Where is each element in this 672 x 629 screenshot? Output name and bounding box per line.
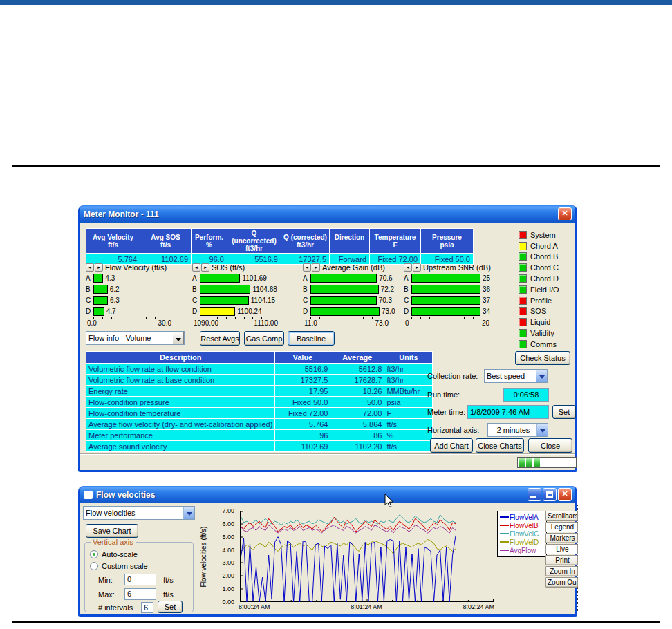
side-button-scrollbars[interactable]: Scrollbars	[545, 511, 578, 521]
status-led-icon	[519, 263, 527, 272]
summary-column-header: Avg Velocityft/s	[86, 229, 140, 254]
side-button-live[interactable]: Live	[545, 544, 578, 554]
side-button-print[interactable]: Print	[545, 555, 578, 565]
spinner-left-icon[interactable]: ◂	[192, 263, 200, 272]
maximize-icon[interactable]	[543, 488, 557, 501]
spinner-right-icon[interactable]: ▸	[413, 263, 421, 272]
close-icon[interactable]	[558, 488, 572, 501]
spinner-right-icon[interactable]: ▸	[95, 263, 103, 272]
auto-scale-radio[interactable]	[90, 550, 98, 558]
table-cell: F	[384, 408, 433, 419]
table-cell: ft3/hr	[384, 364, 433, 375]
status-led-icon	[519, 307, 527, 315]
meter-time-field[interactable]: 1/8/2009 7:46 AM	[467, 405, 549, 419]
status-label: Chord D	[530, 274, 559, 283]
spinner-left-icon[interactable]: ◂	[303, 263, 311, 272]
table-cell: ft/s	[384, 419, 433, 430]
bar-row: B36	[404, 283, 507, 294]
chord-letter: D	[404, 308, 411, 315]
status-label: System	[530, 231, 556, 239]
bar-fill	[411, 274, 480, 283]
table-row: Average sound velocity1102.691102.20ft/s	[86, 441, 433, 452]
side-button-markers[interactable]: Markers	[545, 533, 578, 543]
auto-scale-label[interactable]: Auto-scale	[102, 550, 138, 558]
bar-row: B72.2	[303, 283, 405, 294]
axis-min-label: 11.0	[304, 319, 317, 327]
custom-scale-label[interactable]: Custom scale	[102, 562, 148, 570]
set-scale-button[interactable]: Set	[158, 601, 183, 613]
status-label: Chord B	[530, 252, 558, 261]
spinner-left-icon[interactable]: ◂	[86, 263, 94, 272]
max-input[interactable]: 6	[124, 588, 156, 600]
gas-comp-button[interactable]: Gas Comp	[244, 331, 284, 346]
side-button-zoom-in[interactable]: Zoom In	[545, 566, 578, 576]
baseline-button[interactable]: Baseline	[288, 331, 335, 346]
mouse-cursor	[384, 494, 394, 508]
table-header-cell: Description	[86, 352, 275, 364]
spinner-right-icon[interactable]: ▸	[201, 263, 209, 272]
chevron-down-icon[interactable]	[172, 332, 184, 344]
side-button-legend[interactable]: Legend	[545, 522, 578, 532]
chart-legend: FlowVelAFlowVelBFlowVelCFlowVelDAvgFlow	[497, 511, 547, 557]
intervals-input[interactable]: 6	[141, 602, 153, 613]
table-cell: Flow-condition temperature	[86, 408, 275, 419]
reset-avgs-button[interactable]: Reset Avgs	[200, 331, 240, 346]
flow-velocities-titlebar[interactable]: Flow velocities	[80, 486, 575, 503]
table-cell: Meter performance	[86, 430, 275, 441]
table-header-cell: Units	[384, 352, 433, 364]
bar-row: C37	[404, 294, 507, 306]
bar-value: 4.3	[105, 274, 115, 283]
max-label: Max:	[98, 590, 115, 599]
legend-item: FlowVelC	[500, 529, 544, 538]
status-led-icon	[519, 285, 527, 294]
summary-table: Avg Velocityft/sAvg SOSft/sPerform.%Q (u…	[86, 228, 474, 265]
table-cell: Flow-condition pressure	[86, 397, 275, 408]
spinner-left-icon[interactable]: ◂	[404, 263, 412, 272]
summary-header-line1: Q (uncorrected)	[229, 229, 279, 245]
meter-monitor-titlebar[interactable]: Meter Monitor - 111	[80, 205, 575, 223]
chevron-down-icon[interactable]	[536, 370, 547, 382]
axis-max-label: 30.0	[158, 319, 171, 327]
chevron-down-icon[interactable]	[183, 507, 194, 519]
bar-value: 25	[483, 274, 490, 283]
custom-scale-radio[interactable]	[90, 562, 98, 570]
bar-track: 6.2	[93, 285, 162, 294]
bar-group: ◂▸Upstream SNR (dB)A25B36C37D34020	[404, 263, 507, 327]
chart-plot-area[interactable]	[240, 511, 493, 602]
status-item: Chord C	[519, 262, 559, 273]
table-cell: Volumetric flow rate at flow condition	[86, 364, 275, 375]
collection-rate-select[interactable]: Best speed	[484, 369, 548, 383]
bar-value: 1104.15	[251, 296, 275, 305]
bar-track: 4.7	[93, 307, 162, 316]
view-select[interactable]: Flow info - Volume	[86, 331, 185, 345]
close-icon[interactable]	[558, 207, 572, 220]
check-status-button[interactable]: Check Status	[515, 351, 570, 365]
add-chart-button[interactable]: Add Chart	[430, 438, 473, 453]
set-meter-time-button[interactable]: Set	[552, 405, 576, 419]
status-indicator-list: SystemChord AChord BChord CChord DField …	[519, 229, 559, 350]
close-button[interactable]: Close	[528, 438, 572, 453]
close-charts-button[interactable]: Close Charts	[476, 438, 524, 453]
spinner-right-icon[interactable]: ▸	[312, 263, 320, 272]
status-led-icon	[519, 274, 527, 283]
horizontal-rule-bottom	[12, 621, 660, 623]
side-button-zoom-out[interactable]: Zoom Out	[545, 577, 578, 588]
summary-column-header: Perform.%	[192, 229, 227, 254]
flow-velocities-client: Flow velocities Save Chart Vertical axis…	[80, 503, 575, 614]
chord-letter: C	[86, 297, 93, 304]
table-row: Average flow velocity (dry- and wet-cali…	[86, 419, 433, 430]
table-cell: Energy rate	[86, 386, 275, 397]
progress-segment	[519, 458, 525, 467]
horizontal-axis-select[interactable]: 2 minutes	[487, 423, 548, 437]
bar-group: ◂▸Average Gain (dB)A70.6B72.2C70.3D73.01…	[303, 263, 405, 327]
minimize-icon[interactable]	[528, 488, 541, 501]
chevron-down-icon[interactable]	[536, 424, 548, 436]
status-item: Profile	[519, 295, 559, 306]
legend-line-icon	[500, 550, 509, 551]
chord-letter: C	[404, 297, 411, 304]
summary-header-line2: F	[371, 241, 419, 249]
min-input[interactable]: 0	[124, 574, 156, 585]
status-led-icon	[519, 297, 527, 305]
chart-type-select[interactable]: Flow velocities	[83, 506, 195, 520]
save-chart-button[interactable]: Save Chart	[86, 524, 138, 538]
